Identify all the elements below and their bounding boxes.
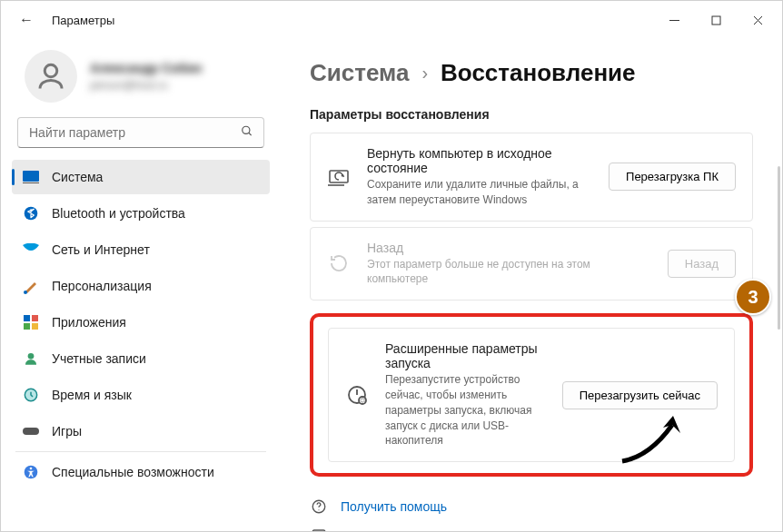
reset-pc-button[interactable]: Перезагрузка ПК — [609, 163, 736, 191]
reset-icon — [327, 167, 351, 187]
settings-window: ← Параметры Александр Собин person@host.… — [0, 0, 783, 532]
card-desc: Этот параметр больше не доступен на этом… — [367, 257, 603, 288]
svg-point-5 — [243, 126, 250, 133]
sidebar-item-label: Bluetooth и устройства — [52, 206, 185, 221]
svg-rect-12 — [32, 315, 38, 321]
sidebar-item-system[interactable]: Система — [12, 160, 270, 194]
go-back-icon — [327, 252, 351, 274]
apps-icon — [23, 314, 39, 330]
go-back-button: Назад — [668, 250, 736, 278]
nav-list: Система Bluetooth и устройства Сеть и Ин… — [8, 159, 273, 490]
breadcrumb: Система › Восстановление — [310, 59, 753, 87]
search-box — [17, 117, 264, 148]
titlebar: ← Параметры — [1, 1, 782, 39]
system-icon — [23, 169, 39, 185]
svg-point-20 — [30, 468, 33, 470]
search-input[interactable] — [17, 117, 264, 148]
sidebar: Александр Собин person@host.ru Система B… — [1, 39, 281, 531]
main-content: Система › Восстановление Параметры восст… — [281, 39, 782, 531]
profile-name: Александр Собин — [90, 61, 202, 75]
bluetooth-icon — [23, 205, 39, 222]
sidebar-item-games[interactable]: Игры — [12, 414, 270, 448]
sidebar-item-label: Время и язык — [52, 388, 132, 402]
svg-point-10 — [24, 291, 27, 294]
svg-rect-11 — [24, 315, 30, 321]
nav-divider — [15, 451, 266, 452]
card-advanced-startup: Расширенные параметры запуска Перезапуст… — [328, 328, 735, 462]
scrollbar[interactable] — [778, 166, 780, 330]
sidebar-item-personalization[interactable]: Персонализация — [12, 269, 270, 303]
footer-links: Получить помощь Отправить отзыв — [310, 498, 753, 531]
sidebar-item-label: Сеть и Интернет — [52, 242, 150, 257]
feedback-link-row: Отправить отзыв — [310, 527, 753, 531]
avatar — [25, 50, 77, 103]
accounts-icon — [23, 350, 39, 367]
sidebar-item-label: Игры — [52, 424, 82, 438]
search-icon — [241, 125, 253, 141]
back-button[interactable]: ← — [12, 5, 41, 34]
sidebar-item-label: Приложения — [52, 315, 126, 330]
svg-rect-28 — [312, 530, 325, 531]
power-settings-icon — [345, 384, 369, 406]
accessibility-icon — [23, 464, 39, 480]
window-title: Параметры — [52, 14, 114, 27]
games-icon — [23, 423, 39, 439]
card-go-back: Назад Этот параметр больше не доступен н… — [310, 227, 753, 301]
section-title: Параметры восстановления — [310, 107, 753, 122]
card-reset-pc: Вернуть компьютер в исходное состояние С… — [310, 133, 753, 222]
sidebar-item-time[interactable]: Время и язык — [12, 378, 270, 412]
svg-rect-13 — [24, 323, 30, 330]
svg-point-4 — [45, 64, 57, 77]
sidebar-item-apps[interactable]: Приложения — [12, 305, 270, 340]
card-title: Назад — [367, 241, 651, 255]
personalization-icon — [23, 278, 39, 294]
time-icon — [23, 387, 39, 403]
sidebar-item-label: Специальные возможности — [52, 465, 214, 479]
svg-rect-18 — [23, 428, 39, 435]
card-title: Вернуть компьютер в исходное состояние — [367, 146, 592, 175]
sidebar-item-label: Система — [52, 170, 103, 184]
minimize-button[interactable] — [653, 5, 695, 34]
breadcrumb-current: Восстановление — [441, 59, 635, 87]
sidebar-item-accounts[interactable]: Учетные записи — [12, 341, 270, 376]
card-title: Расширенные параметры запуска — [385, 341, 546, 370]
help-icon — [310, 498, 328, 515]
svg-point-27 — [318, 509, 319, 510]
sidebar-item-accessibility[interactable]: Специальные возможности — [12, 455, 270, 489]
svg-rect-1 — [712, 16, 720, 25]
sidebar-item-network[interactable]: Сеть и Интернет — [12, 232, 270, 267]
card-desc: Сохраните или удалите личные файлы, а за… — [367, 177, 592, 208]
feedback-link[interactable]: Отправить отзыв — [341, 528, 441, 531]
card-desc: Перезапустите устройство сейчас, чтобы и… — [385, 372, 546, 448]
sidebar-item-label: Учетные записи — [52, 351, 146, 366]
svg-rect-8 — [23, 182, 39, 183]
close-button[interactable] — [737, 5, 778, 34]
restart-now-button[interactable]: Перезагрузить сейчас — [562, 381, 718, 409]
get-help-link[interactable]: Получить помощь — [341, 499, 447, 514]
svg-rect-14 — [32, 323, 38, 330]
window-controls — [653, 5, 778, 34]
profile-block[interactable]: Александр Собин person@host.ru — [8, 46, 273, 117]
help-link-row: Получить помощь — [310, 498, 753, 515]
feedback-icon — [310, 527, 328, 531]
breadcrumb-parent[interactable]: Система — [310, 59, 409, 87]
sidebar-item-bluetooth[interactable]: Bluetooth и устройства — [12, 196, 270, 231]
svg-line-6 — [249, 133, 252, 135]
svg-point-15 — [28, 353, 35, 360]
chevron-right-icon: › — [421, 63, 428, 84]
svg-rect-7 — [23, 171, 39, 182]
maximize-button[interactable] — [695, 5, 737, 34]
network-icon — [23, 241, 39, 258]
svg-point-25 — [359, 397, 366, 404]
highlighted-card: 3 Расширенные параметры запуска Перезапу… — [310, 313, 753, 477]
annotation-badge: 3 — [735, 279, 771, 315]
profile-email: person@host.ru — [90, 79, 202, 92]
sidebar-item-label: Персонализация — [52, 279, 152, 293]
